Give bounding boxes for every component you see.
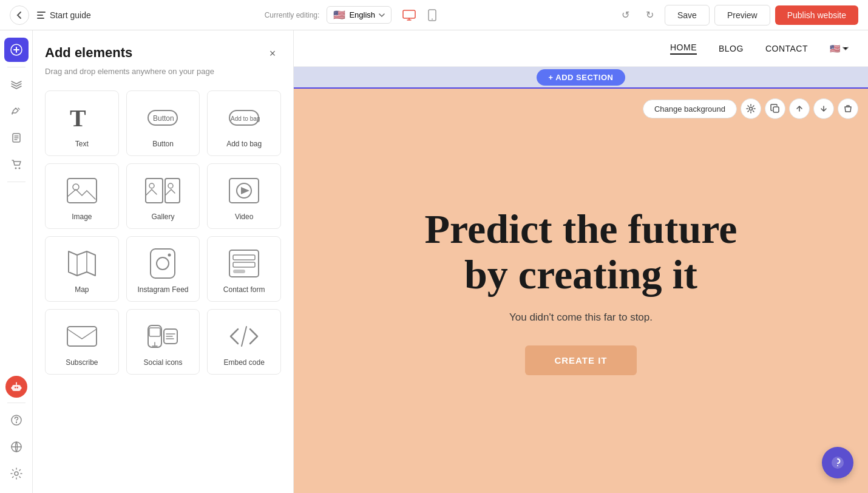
- hero-cta-button[interactable]: CREATE IT: [525, 345, 636, 375]
- gallery-element-icon: [143, 174, 182, 208]
- element-card-embed-code[interactable]: Embed code: [207, 309, 281, 375]
- nav-chevron-down-icon: [843, 47, 849, 50]
- topbar-left: Start guide: [10, 5, 91, 25]
- embed-code-element-icon: [225, 319, 263, 353]
- desktop-device-button[interactable]: [399, 5, 419, 25]
- panel-close-button[interactable]: ×: [264, 45, 281, 62]
- element-card-button[interactable]: Button Button: [126, 90, 200, 156]
- add-section-bar[interactable]: + ADD SECTION: [294, 67, 868, 89]
- start-guide-button[interactable]: Start guide: [36, 10, 91, 20]
- language-selector[interactable]: 🇺🇸 English: [327, 6, 392, 24]
- svg-point-8: [15, 168, 16, 169]
- image-element-icon: [63, 174, 101, 208]
- start-guide-label: Start guide: [50, 10, 91, 20]
- embed-code-element-label: Embed code: [223, 358, 264, 367]
- canvas-area: HOME BLOG CONTACT 🇺🇸 + ADD SECTION Chang…: [294, 30, 868, 493]
- sidebar-settings-button[interactable]: [4, 461, 29, 486]
- map-element-icon: [63, 246, 101, 280]
- panel-subtitle: Drag and drop elements anywhere on your …: [45, 67, 281, 76]
- sidebar-design-button[interactable]: [4, 99, 29, 123]
- element-card-gallery[interactable]: Gallery: [126, 163, 200, 229]
- language-label: English: [349, 10, 375, 19]
- main-layout: Add elements × Drag and drop elements an…: [0, 30, 868, 493]
- button-element-icon: Button: [143, 101, 182, 135]
- chevron-down-icon: [379, 13, 385, 17]
- section-settings-button[interactable]: [741, 98, 761, 119]
- contact-form-element-icon: [225, 246, 263, 280]
- element-card-add-to-bag[interactable]: Add to bag Add to bag: [207, 90, 281, 156]
- element-card-contact-form[interactable]: Contact form: [207, 236, 281, 302]
- sidebar-layers-button[interactable]: [4, 72, 29, 97]
- change-background-button[interactable]: Change background: [643, 100, 737, 118]
- video-element-icon: [225, 174, 263, 208]
- text-element-icon: T: [63, 101, 101, 135]
- svg-rect-32: [151, 249, 175, 278]
- panel-header: Add elements ×: [45, 45, 281, 62]
- element-card-instagram-feed[interactable]: Instagram Feed: [126, 236, 200, 302]
- svg-point-9: [18, 168, 20, 169]
- sidebar-help-button[interactable]: [4, 408, 29, 432]
- social-icons-element-label: Social icons: [143, 358, 182, 367]
- sidebar-add-elements-button[interactable]: [4, 38, 29, 62]
- hero-section: Change background: [294, 89, 868, 493]
- svg-rect-24: [67, 178, 97, 203]
- image-element-label: Image: [72, 212, 92, 221]
- section-move-up-button[interactable]: [789, 98, 810, 119]
- redo-button[interactable]: ↻: [640, 5, 660, 25]
- add-section-button[interactable]: + ADD SECTION: [537, 69, 626, 86]
- svg-point-29: [168, 183, 173, 188]
- nav-flag-icon: 🇺🇸: [830, 44, 840, 53]
- topbar: Start guide Currently editing: 🇺🇸 Englis…: [0, 0, 868, 30]
- mobile-device-button[interactable]: [422, 5, 442, 25]
- preview-button[interactable]: Preview: [714, 5, 770, 25]
- sidebar-shop-button[interactable]: [4, 152, 29, 177]
- add-elements-panel: Add elements × Drag and drop elements an…: [33, 30, 294, 493]
- topbar-center: Currently editing: 🇺🇸 English: [265, 5, 442, 25]
- chat-widget[interactable]: [822, 447, 853, 478]
- svg-point-46: [837, 465, 838, 466]
- section-toolbar: Change background: [643, 98, 858, 119]
- button-element-label: Button: [152, 140, 174, 148]
- svg-point-33: [157, 257, 169, 270]
- svg-rect-1: [37, 15, 43, 16]
- sidebar-pages-button[interactable]: [4, 126, 29, 150]
- element-card-subscribe[interactable]: Subscribe: [45, 309, 119, 375]
- svg-point-27: [149, 183, 154, 188]
- svg-point-43: [750, 107, 753, 110]
- text-element-label: Text: [75, 140, 89, 148]
- element-card-video[interactable]: Video: [207, 163, 281, 229]
- element-card-social-icons[interactable]: Social icons: [126, 309, 200, 375]
- section-move-down-button[interactable]: [813, 98, 834, 119]
- undo-button[interactable]: ↺: [616, 5, 636, 25]
- device-switcher: [399, 5, 442, 25]
- svg-rect-14: [11, 387, 12, 389]
- nav-link-blog[interactable]: BLOG: [719, 44, 744, 53]
- section-delete-button[interactable]: [838, 98, 858, 119]
- nav-link-home[interactable]: HOME: [670, 42, 697, 55]
- nav-link-contact[interactable]: CONTACT: [765, 44, 808, 53]
- svg-rect-0: [37, 12, 46, 13]
- map-element-label: Map: [75, 285, 89, 294]
- svg-point-5: [432, 18, 433, 19]
- nav-language-selector[interactable]: 🇺🇸: [830, 44, 849, 53]
- section-duplicate-button[interactable]: [765, 98, 785, 119]
- save-button[interactable]: Save: [665, 5, 710, 25]
- topbar-right: ↺ ↻ Save Preview Publish website: [616, 5, 858, 25]
- back-button[interactable]: [10, 5, 29, 25]
- svg-rect-11: [15, 387, 16, 389]
- publish-button[interactable]: Publish website: [775, 5, 858, 25]
- element-card-image[interactable]: Image: [45, 163, 119, 229]
- hero-content: Predict the futureby creating it You did…: [413, 182, 750, 400]
- sidebar-translate-button[interactable]: [4, 435, 29, 459]
- add-to-bag-element-label: Add to bag: [226, 140, 262, 148]
- svg-point-34: [168, 254, 171, 257]
- element-card-map[interactable]: Map: [45, 236, 119, 302]
- elements-grid: T Text Button Button: [45, 90, 281, 375]
- sidebar-ai-button[interactable]: [5, 376, 27, 398]
- svg-text:Button: Button: [153, 114, 174, 123]
- svg-rect-12: [16, 387, 18, 389]
- website-nav: HOME BLOG CONTACT 🇺🇸: [294, 30, 868, 67]
- social-icons-element-icon: [143, 319, 182, 353]
- flag-icon: 🇺🇸: [333, 9, 345, 21]
- element-card-text[interactable]: T Text: [45, 90, 119, 156]
